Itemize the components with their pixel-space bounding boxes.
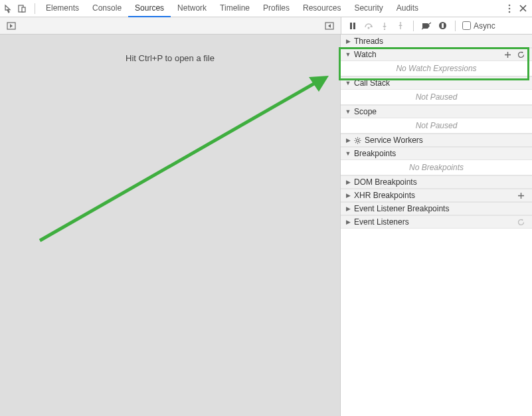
close-icon[interactable]: [516, 3, 529, 15]
expand-icon: ▶: [345, 219, 351, 225]
async-checkbox-input[interactable]: [462, 21, 471, 30]
expand-icon: ▶: [345, 205, 351, 212]
show-navigator-icon[interactable]: [4, 19, 19, 33]
refresh-watch-icon[interactable]: [517, 51, 528, 58]
svg-point-11: [400, 22, 401, 23]
more-icon[interactable]: [503, 3, 516, 15]
gear-icon: [354, 137, 362, 144]
tab-network[interactable]: Network: [171, 0, 213, 17]
section-title: XHR Breakpoints: [354, 191, 515, 200]
section-threads[interactable]: ▶ Threads: [341, 35, 532, 48]
tab-timeline[interactable]: Timeline: [213, 0, 256, 17]
main-split: Hit Ctrl+P to open a file ▶ Threads ▼ Wa…: [0, 35, 532, 416]
section-xhr-breakpoints[interactable]: ▶ XHR Breakpoints: [341, 189, 532, 202]
collapse-icon: ▼: [345, 80, 351, 86]
section-scope[interactable]: ▼ Scope: [341, 105, 532, 118]
svg-point-14: [357, 139, 359, 142]
tab-audits[interactable]: Audits: [390, 0, 425, 17]
divider: [413, 21, 414, 31]
inspect-icon[interactable]: [3, 3, 15, 15]
async-checkbox[interactable]: Async: [462, 21, 495, 31]
section-event-listener-breakpoints[interactable]: ▶ Event Listener Breakpoints: [341, 202, 532, 215]
expand-icon: ▶: [345, 179, 351, 185]
tab-console[interactable]: Console: [86, 0, 128, 17]
scope-empty: Not Paused: [341, 118, 532, 134]
step-over-icon: [361, 19, 376, 33]
divider: [35, 3, 35, 14]
debugger-sidebar: ▶ Threads ▼ Watch No Watch Expressions ▼…: [341, 35, 532, 416]
svg-point-3: [509, 7, 511, 9]
collapse-icon: ▼: [345, 108, 351, 115]
tab-resources[interactable]: Resources: [296, 0, 347, 17]
async-label: Async: [474, 21, 495, 31]
add-xhr-breakpoint-icon[interactable]: [517, 192, 528, 199]
expand-icon: ▶: [345, 38, 351, 45]
editor-hint: Hit Ctrl+P to open a file: [0, 53, 340, 63]
section-title: Watch: [354, 50, 501, 59]
section-dom-breakpoints[interactable]: ▶ DOM Breakpoints: [341, 175, 532, 189]
pause-on-exceptions-icon[interactable]: [435, 19, 450, 33]
refresh-event-listeners-icon[interactable]: [517, 219, 528, 226]
section-callstack[interactable]: ▼ Call Stack: [341, 76, 532, 90]
breakpoints-empty: No Breakpoints: [341, 160, 532, 175]
svg-rect-13: [442, 23, 444, 28]
section-title: Event Listener Breakpoints: [354, 204, 528, 213]
divider: [455, 21, 456, 31]
tabs: ElementsConsoleSourcesNetworkTimelinePro…: [39, 0, 503, 17]
expand-icon: ▶: [345, 192, 351, 199]
deactivate-breakpoints-icon[interactable]: [419, 19, 434, 33]
section-title: Service Workers: [365, 136, 528, 145]
section-event-listeners[interactable]: ▶ Event Listeners: [341, 215, 532, 229]
tab-profiles[interactable]: Profiles: [256, 0, 296, 17]
device-mode-icon[interactable]: [16, 3, 28, 15]
section-title: Breakpoints: [354, 149, 528, 158]
expand-icon: ▶: [345, 137, 351, 144]
show-debugger-icon[interactable]: [322, 19, 337, 33]
pause-icon[interactable]: [345, 19, 360, 33]
svg-rect-1: [22, 7, 25, 12]
devtools-tabbar: ElementsConsoleSourcesNetworkTimelinePro…: [0, 0, 532, 17]
svg-point-10: [384, 28, 385, 29]
step-into-icon: [377, 19, 392, 33]
editor-pane: Hit Ctrl+P to open a file: [0, 35, 341, 416]
section-title: DOM Breakpoints: [354, 177, 528, 187]
section-title: Threads: [354, 37, 528, 46]
section-title: Event Listeners: [354, 217, 515, 227]
tab-sources[interactable]: Sources: [128, 0, 171, 17]
section-title: Scope: [354, 107, 528, 116]
section-title: Call Stack: [354, 78, 528, 88]
step-out-icon: [393, 19, 408, 33]
watch-empty: No Watch Expressions: [341, 61, 532, 76]
sources-toolbar: Async: [0, 17, 532, 35]
section-breakpoints[interactable]: ▼ Breakpoints: [341, 147, 532, 160]
collapse-icon: ▼: [345, 150, 351, 157]
tab-security[interactable]: Security: [347, 0, 389, 17]
svg-point-2: [509, 4, 511, 6]
tab-elements[interactable]: Elements: [39, 0, 86, 17]
collapse-icon: ▼: [345, 51, 351, 58]
svg-rect-8: [353, 23, 355, 29]
callstack-empty: Not Paused: [341, 90, 532, 105]
svg-point-9: [368, 27, 370, 29]
svg-rect-7: [350, 23, 352, 29]
add-watch-icon[interactable]: [504, 51, 515, 58]
svg-point-4: [509, 11, 511, 13]
section-watch[interactable]: ▼ Watch: [341, 48, 532, 61]
section-service-workers[interactable]: ▶ Service Workers: [341, 134, 532, 147]
